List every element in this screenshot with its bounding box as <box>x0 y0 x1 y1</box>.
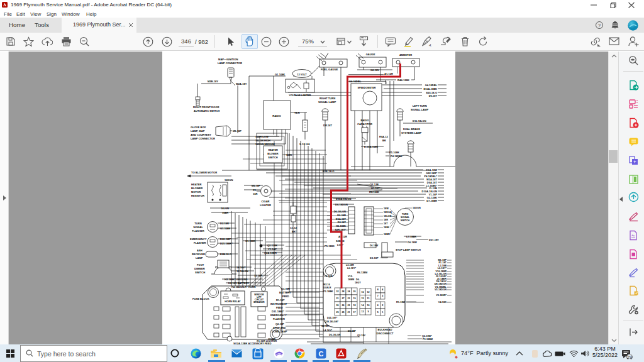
svg-text:BREAKER: BREAKER <box>253 301 265 304</box>
svg-text:RIGHT FRONT DOOR: RIGHT FRONT DOOR <box>193 106 219 109</box>
svg-text:FLASHER: FLASHER <box>194 241 206 244</box>
svg-text:MOTOR: MOTOR <box>191 190 201 194</box>
svg-text:D25-18T*: D25-18T* <box>327 317 338 319</box>
svg-text:SWITCH: SWITCH <box>268 156 278 159</box>
svg-text:DOME LAMP: DOME LAMP <box>272 330 287 333</box>
svg-text:CAPACITOR: CAPACITOR <box>357 123 372 126</box>
svg-text:DISCONNECT: DISCONNECT <box>376 332 394 335</box>
svg-text:D3-18T: D3-18T <box>338 221 347 224</box>
svg-text:EMERGENCY: EMERGENCY <box>190 238 207 241</box>
svg-text:D6-18LGN: D6-18LGN <box>334 210 346 213</box>
svg-text:LAMP CONNECTOR: LAMP CONNECTOR <box>191 137 215 140</box>
svg-text:10: 10 <box>367 304 370 307</box>
svg-text:D6-18W: D6-18W <box>370 244 379 247</box>
svg-text:Q3-12B: Q3-12B <box>370 183 379 186</box>
svg-text:Q2-18V: Q2-18V <box>357 334 366 337</box>
svg-text:BK: BK <box>382 139 386 142</box>
svg-text:ASH: ASH <box>197 249 203 252</box>
svg-text:R6-12BM: R6-12BM <box>357 272 367 274</box>
svg-text:BK*: BK* <box>292 230 297 233</box>
svg-text:DIMMER: DIMMER <box>194 267 205 270</box>
svg-text:16DGN: 16DGN <box>225 178 233 182</box>
svg-text:—108K: —108K <box>284 153 292 156</box>
svg-text:5: 5 <box>377 311 379 314</box>
svg-text:16R: 16R <box>253 192 257 195</box>
svg-text:16BR: 16BR <box>222 211 228 214</box>
svg-text:R6-128K: R6-128K <box>369 190 379 194</box>
svg-text:D21-188K*: D21-188K* <box>220 242 233 245</box>
svg-text:3: 3 <box>382 295 383 297</box>
svg-text:SWITCH: SWITCH <box>401 219 410 222</box>
svg-text:SYSTEMS LAMP: SYSTEMS LAMP <box>401 131 422 134</box>
svg-text:32: 32 <box>336 290 339 293</box>
svg-text:FEED: FEED <box>276 306 283 309</box>
svg-text:RECEIVER: RECEIVER <box>192 253 205 256</box>
svg-text:H2-16DGN-R* HORN: H2-16DGN-R* HORN <box>231 285 256 288</box>
svg-text:1: 1 <box>382 311 383 314</box>
svg-text:H2-16V BATTERY: H2-16V BATTERY <box>228 282 249 285</box>
svg-text:STOP AND: STOP AND <box>273 326 286 329</box>
svg-text:D7-18BR: D7-18BR <box>426 199 437 202</box>
svg-text:A1-12R: A1-12R <box>338 235 347 238</box>
svg-text:R1-18T: R1-18T <box>276 299 285 302</box>
svg-text:P3-18BM: P3-18BM <box>423 338 433 341</box>
svg-text:L4-16V*: L4-16V* <box>323 329 332 332</box>
svg-text:FUSE BLOCK: FUSE BLOCK <box>192 297 209 300</box>
svg-text:11: 11 <box>367 297 370 300</box>
svg-text:VOLTAGE LIMITER: VOLTAGE LIMITER <box>289 94 311 97</box>
svg-text:STOP LAMP SWITCH: STOP LAMP SWITCH <box>396 248 421 251</box>
svg-text:D6-18LGN: D6-18LGN <box>329 334 341 336</box>
svg-text:16DGN MEDIUM: 16DGN MEDIUM <box>255 143 275 146</box>
svg-text:Q2-128K: Q2-128K <box>267 244 277 247</box>
svg-text:13: 13 <box>362 310 364 313</box>
svg-text:EMERGENCY: EMERGENCY <box>270 314 287 317</box>
svg-text:D27-18V: D27-18V <box>429 238 439 241</box>
svg-text:L5-16R: L5-16R <box>325 275 333 278</box>
svg-text:T8.R: T8.R <box>294 111 300 114</box>
svg-text:Q2-18P: Q2-18P <box>275 322 284 326</box>
svg-text:18BR: 18BR <box>384 233 390 236</box>
svg-text:30: 30 <box>336 304 339 307</box>
svg-text:CIGAR: CIGAR <box>262 200 270 203</box>
svg-text:D2-18R: D2-18R <box>337 214 346 217</box>
svg-text:12-16LGN: 12-16LGN <box>236 270 248 273</box>
svg-text:Q3-12R: Q3-12R <box>281 287 290 290</box>
svg-text:INSTRUMENT: INSTRUMENT <box>270 302 287 305</box>
svg-text:8: 8 <box>377 288 379 291</box>
svg-text:TURN: TURN <box>402 213 409 216</box>
svg-text:V12-: V12- <box>348 275 353 278</box>
svg-text:SIGNAL: SIGNAL <box>401 216 410 219</box>
svg-text:LEFT TURN: LEFT TURN <box>413 104 427 107</box>
svg-text:D6-18W: D6-18W <box>408 241 417 244</box>
svg-text:C: C <box>319 350 324 358</box>
svg-text:X-12-108: X-12-108 <box>299 143 310 146</box>
svg-text:G1-108K: G1-108K <box>275 73 285 76</box>
svg-text:G1-108K: G1-108K <box>220 227 230 230</box>
svg-text:V3-188R*: V3-188R* <box>436 293 447 297</box>
svg-text:188K: 188K <box>384 226 389 229</box>
svg-text:D10-18LGN: D10-18LGN <box>413 119 426 123</box>
svg-text:FEED: FEED <box>282 295 289 298</box>
svg-text:SIGNAL: SIGNAL <box>193 226 203 229</box>
svg-text:6: 6 <box>377 304 379 307</box>
svg-text:G4-16DBL: G4-16DBL <box>349 80 362 83</box>
svg-text:Q2A-12BR: Q2A-12BR <box>264 251 277 255</box>
svg-text:LIGHTER: LIGHTER <box>260 204 271 207</box>
svg-text:SWITCH: SWITCH <box>195 271 205 274</box>
svg-text:X1-: X1- <box>253 189 257 192</box>
svg-text:4.: 4. <box>429 43 432 47</box>
svg-text:TURN: TURN <box>194 222 201 225</box>
svg-text:BLOWER: BLOWER <box>267 152 278 155</box>
svg-text:Q2-18W*: Q2-18W* <box>422 335 432 337</box>
svg-text:D2-18R: D2-18R <box>220 222 229 225</box>
svg-text:V4-18K: V4-18K <box>438 300 447 304</box>
svg-text:HORN RELAY: HORN RELAY <box>225 300 241 303</box>
svg-text:L3-18R: L3-18R <box>346 264 354 266</box>
svg-text:23: 23 <box>348 297 350 300</box>
svg-text:S2-18Y: S2-18Y <box>321 325 330 327</box>
svg-text:RADIO: RADIO <box>360 119 369 122</box>
svg-text:21: 21 <box>348 311 350 314</box>
svg-text:DGN-R: DGN-R <box>323 287 331 289</box>
svg-text:P5-108K: P5-108K <box>389 151 399 154</box>
svg-text:E10A-18BK: E10A-18BK <box>423 87 437 90</box>
